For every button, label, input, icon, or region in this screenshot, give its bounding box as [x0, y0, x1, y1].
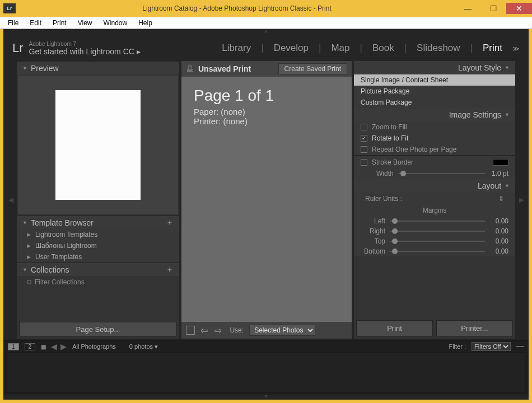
main-display-button[interactable]: 1 — [8, 343, 19, 350]
select-all-checkbox[interactable] — [186, 326, 195, 335]
use-select[interactable]: Selected Photos — [249, 325, 315, 336]
template-folder[interactable]: ▶Lightroom Templates — [17, 229, 179, 240]
identity-link[interactable]: Get started with Lightroom CC ▸ — [29, 47, 141, 56]
close-button[interactable]: ✕ — [506, 3, 532, 14]
preview-label: Preview — [31, 64, 59, 73]
template-browser-header[interactable]: ▼Template Browser＋ — [17, 215, 179, 229]
next-page-button[interactable]: ⇨ — [214, 326, 224, 335]
reveal-right-panel[interactable]: ▶ — [517, 61, 525, 339]
page-indicator: Page 1 of 1 — [194, 87, 339, 105]
collections-header[interactable]: ▼Collections＋ — [17, 263, 179, 276]
module-slideshow[interactable]: Slideshow — [413, 43, 464, 54]
rotate-to-fit-checkbox[interactable]: ✓ — [361, 135, 367, 142]
stroke-width-slider[interactable] — [398, 173, 485, 174]
page-setup-button[interactable]: Page Setup... — [19, 322, 177, 336]
filter-select[interactable]: Filters Off — [472, 342, 511, 351]
zoom-to-fill-checkbox[interactable] — [361, 124, 367, 130]
print-icon: 🖶 — [186, 64, 194, 73]
module-library[interactable]: Library — [218, 43, 254, 54]
reveal-top-panel[interactable]: ▲ — [3, 29, 529, 34]
module-book[interactable]: Book — [369, 43, 398, 54]
preview-page — [55, 90, 141, 200]
second-display-button[interactable]: 2 — [25, 343, 36, 350]
menu-help[interactable]: Help — [133, 18, 158, 28]
ruler-units-select[interactable]: Ruler Units :⇕ — [354, 193, 515, 205]
style-picture-package[interactable]: Picture Package — [354, 86, 515, 97]
filter-lock-icon[interactable] — [516, 346, 524, 347]
preview-header[interactable]: ▼Preview — [17, 61, 179, 74]
window-title: Lightroom Catalog - Adobe Photoshop Ligh… — [19, 4, 455, 12]
margin-left-slider[interactable] — [390, 221, 485, 222]
paper-indicator: Paper: (none) — [194, 107, 339, 116]
filmstrip-source[interactable]: All Photographs — [72, 343, 116, 350]
add-template-icon[interactable]: ＋ — [166, 218, 174, 228]
left-panel: ▼Preview ▼Template Browser＋ ▶Lightroom T… — [17, 61, 179, 339]
image-settings-header[interactable]: Image Settings▼ — [354, 108, 515, 121]
prev-page-button[interactable]: ⇦ — [200, 326, 210, 335]
margin-bottom-slider[interactable] — [390, 251, 485, 252]
reveal-bottom-panel[interactable]: ▼ — [3, 395, 529, 400]
nav-forward-button[interactable]: ▶ — [60, 342, 67, 351]
app-icon: Lr — [3, 3, 16, 13]
stroke-color-swatch[interactable] — [493, 159, 508, 166]
add-collection-icon[interactable]: ＋ — [166, 265, 174, 275]
maximize-button[interactable]: ☐ — [480, 3, 506, 14]
filter-collections-input[interactable]: Filter Collections — [17, 276, 179, 288]
right-panel: Layout Style▼ Single Image / Contact She… — [354, 61, 515, 339]
filmstrip: 1 2 ▦ ◀▶ All Photographs 0 photos ▾ Filt… — [3, 340, 529, 395]
lr-logo: Lr — [12, 41, 24, 55]
module-overflow-icon[interactable]: ≫ — [512, 45, 520, 53]
stroke-border-checkbox[interactable] — [361, 159, 367, 166]
style-single-image[interactable]: Single Image / Contact Sheet — [354, 74, 515, 86]
layout-header[interactable]: Layout▼ — [354, 179, 515, 193]
search-icon — [27, 280, 31, 284]
layout-style-header[interactable]: Layout Style▼ — [354, 61, 515, 74]
menu-print[interactable]: Print — [47, 18, 72, 28]
center-panel: 🖶 Unsaved Print Create Saved Print Page … — [181, 61, 352, 339]
grid-view-icon[interactable]: ▦ — [41, 344, 45, 350]
repeat-photo-checkbox[interactable] — [361, 146, 367, 153]
nav-back-button[interactable]: ◀ — [51, 342, 57, 351]
template-folder[interactable]: ▶User Templates — [17, 251, 179, 263]
style-custom-package[interactable]: Custom Package — [354, 97, 515, 108]
identity-header: Lr Adobe Lightroom 7 Get started with Li… — [3, 34, 529, 60]
center-title: Unsaved Print — [198, 64, 251, 73]
module-develop[interactable]: Develop — [270, 43, 312, 54]
identity-version: Adobe Lightroom 7 — [29, 41, 141, 47]
filter-label: Filter : — [449, 343, 466, 350]
titlebar: Lr Lightroom Catalog - Adobe Photoshop L… — [0, 0, 532, 17]
margins-label: Margins — [354, 205, 515, 216]
module-map[interactable]: Map — [328, 43, 353, 54]
menu-edit[interactable]: Edit — [24, 18, 47, 28]
filmstrip-count[interactable]: 0 photos ▾ — [129, 343, 158, 350]
module-picker: Library| Develop| Map| Book| Slideshow| … — [218, 43, 520, 54]
reveal-left-panel[interactable]: ◀ — [7, 61, 15, 339]
margin-top-slider[interactable] — [390, 241, 485, 242]
module-print[interactable]: Print — [479, 43, 506, 54]
margin-right-slider[interactable] — [390, 231, 485, 232]
use-label: Use: — [230, 326, 244, 334]
menubar: File Edit Print View Window Help — [0, 17, 532, 29]
template-folder[interactable]: ▶Шаблоны Lightroom — [17, 240, 179, 251]
menu-file[interactable]: File — [2, 18, 24, 28]
create-saved-print-button[interactable]: Create Saved Print — [278, 63, 347, 74]
minimize-button[interactable]: — — [455, 3, 480, 14]
printer-indicator: Printer: (none) — [194, 116, 339, 126]
menu-view[interactable]: View — [72, 18, 98, 28]
filmstrip-body[interactable] — [7, 353, 525, 392]
printer-button[interactable]: Printer... — [436, 320, 513, 336]
print-button[interactable]: Print — [356, 320, 433, 336]
menu-window[interactable]: Window — [98, 18, 133, 28]
preview-area — [18, 76, 178, 214]
